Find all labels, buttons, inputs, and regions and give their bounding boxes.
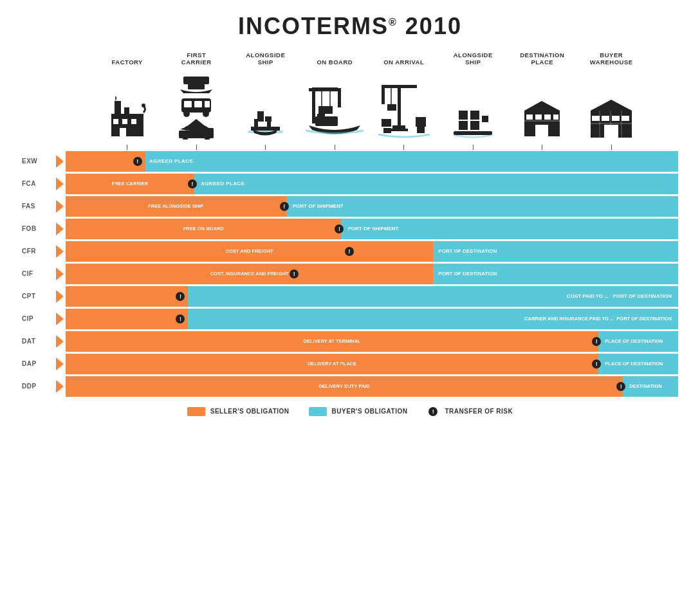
term-code-fob: FOB bbox=[22, 219, 54, 239]
svg-marker-19 bbox=[180, 127, 188, 131]
term-arrow-dap bbox=[54, 354, 66, 374]
term-bar-cip: ! CARRIER AND INSURANCE PAID TO ... PORT… bbox=[66, 309, 678, 329]
exw-blue-label: AGREED PLACE bbox=[149, 158, 193, 164]
dat-blue-label: PLACE OF DESTINATION bbox=[605, 338, 663, 344]
buyer-warehouse-icon bbox=[589, 98, 634, 140]
term-bar-exw: ! AGREED PLACE bbox=[66, 151, 678, 172]
page-title: INCOTERMS® 2010 bbox=[15, 13, 685, 40]
risk-icon-exw: ! bbox=[133, 157, 142, 166]
legend-risk-label: TRANSFER OF RISK bbox=[445, 408, 513, 415]
term-arrow-cif bbox=[54, 264, 66, 284]
svg-rect-54 bbox=[459, 121, 468, 130]
cfr-orange-label: COST AND FREIGHT bbox=[226, 248, 273, 254]
on-arrival-icon bbox=[378, 82, 430, 140]
svg-rect-12 bbox=[184, 101, 192, 107]
cip-blue-label: CARRIER AND INSURANCE PAID TO ... PORT O… bbox=[524, 316, 672, 322]
term-row-cpt: CPT ! COST PAID TO ... PORT OF DESTINATI… bbox=[22, 286, 678, 307]
svg-rect-50 bbox=[383, 128, 391, 133]
svg-rect-13 bbox=[194, 101, 202, 107]
term-row-dap: DAP DELIVERY AT PLACE ! PLACE OF DESTINA… bbox=[22, 354, 678, 374]
svg-rect-69 bbox=[592, 116, 600, 121]
svg-point-8 bbox=[142, 104, 145, 107]
buyer-warehouse-icon-col bbox=[577, 69, 647, 140]
svg-rect-55 bbox=[470, 121, 479, 130]
term-row-cif: CIF COST, INSURANCE AND FREIGHT ! PORT O… bbox=[22, 264, 678, 284]
svg-rect-45 bbox=[387, 104, 396, 111]
tick-3 bbox=[231, 145, 300, 150]
tick-8 bbox=[577, 145, 647, 150]
alongside-ship-1-icon-col bbox=[231, 69, 300, 140]
term-row-dat: DAT DELIVERY AT TERMINAL ! PLACE OF DEST… bbox=[22, 331, 678, 352]
first-carrier-icon-col bbox=[162, 69, 232, 140]
tick-6 bbox=[439, 145, 508, 150]
svg-rect-0 bbox=[111, 114, 143, 136]
svg-rect-7 bbox=[120, 128, 126, 136]
term-row-cip: CIP ! CARRIER AND INSURANCE PAID TO ... … bbox=[22, 309, 678, 329]
term-code-cip: CIP bbox=[22, 309, 54, 329]
column-headers: FACTORY FIRSTCARRIER ALONGSIDESHIP ON BO… bbox=[15, 51, 685, 66]
cif-orange-label: COST, INSURANCE AND FREIGHT bbox=[210, 271, 289, 277]
svg-point-15 bbox=[183, 111, 190, 117]
svg-rect-51 bbox=[417, 127, 425, 133]
svg-rect-28 bbox=[257, 116, 264, 122]
term-code-cpt: CPT bbox=[22, 286, 54, 307]
title-text: INCOTERMS bbox=[238, 13, 389, 39]
term-code-cfr: CFR bbox=[22, 241, 54, 262]
fca-blue-label: AGREED PLACE bbox=[201, 181, 244, 186]
term-arrow-fas bbox=[54, 196, 66, 217]
legend-sellers: SELLER'S OBLIGATION bbox=[187, 407, 290, 416]
term-arrow-exw bbox=[54, 151, 66, 172]
term-bar-cif: COST, INSURANCE AND FREIGHT ! PORT OF DE… bbox=[66, 264, 678, 284]
risk-icon-cfr: ! bbox=[345, 247, 354, 256]
svg-rect-61 bbox=[526, 114, 533, 120]
tick-7 bbox=[508, 145, 577, 150]
svg-rect-40 bbox=[317, 114, 325, 119]
factory-icon-col bbox=[93, 69, 162, 140]
svg-rect-64 bbox=[553, 114, 558, 120]
dap-blue-label: PLACE OF DESTINATION bbox=[605, 361, 663, 367]
term-bar-cpt: ! COST PAID TO ... PORT OF DESTINATION bbox=[66, 286, 678, 307]
ddp-blue-label: DESTINATION bbox=[629, 383, 661, 389]
cpt-blue-label: COST PAID TO ... PORT OF DESTINATION bbox=[567, 293, 672, 299]
col-header-destination-place: DESTINATIONPLACE bbox=[508, 51, 577, 66]
legend-buyers: BUYER'S OBLIGATION bbox=[309, 407, 408, 416]
term-code-dap: DAP bbox=[22, 354, 54, 374]
alongside-ship-1-icon bbox=[248, 95, 283, 140]
on-board-icon-col bbox=[300, 69, 370, 140]
svg-rect-30 bbox=[257, 111, 264, 116]
term-arrow-dat bbox=[54, 331, 66, 352]
on-board-icon bbox=[306, 82, 364, 140]
svg-rect-3 bbox=[124, 107, 129, 114]
term-row-exw: EXW ! AGREED PLACE bbox=[22, 151, 678, 172]
tick-lines bbox=[15, 145, 685, 150]
term-bar-fca: FREE CARRIER ! AGREED PLACE bbox=[66, 174, 678, 194]
icons-row bbox=[15, 69, 685, 140]
risk-icon-cpt: ! bbox=[176, 292, 185, 301]
first-carrier-icons bbox=[174, 75, 219, 140]
term-code-fca: FCA bbox=[22, 174, 54, 194]
cif-blue-label: PORT OF DESTINATION bbox=[438, 271, 497, 277]
svg-rect-41 bbox=[398, 85, 401, 127]
term-row-fca: FCA FREE CARRIER ! AGREED PLACE bbox=[22, 174, 678, 194]
svg-rect-70 bbox=[602, 116, 609, 121]
svg-rect-71 bbox=[612, 116, 620, 121]
svg-marker-18 bbox=[187, 119, 206, 127]
svg-marker-67 bbox=[591, 100, 632, 111]
main-container: INCOTERMS® 2010 FACTORY FIRSTCARRIER ALO… bbox=[15, 13, 685, 423]
alongside-ship-2-icon bbox=[454, 98, 492, 140]
svg-rect-9 bbox=[183, 77, 209, 84]
col-header-first-carrier: FIRSTCARRIER bbox=[162, 51, 232, 66]
term-code-cif: CIF bbox=[22, 264, 54, 284]
col-header-alongside-ship-1: ALONGSIDESHIP bbox=[231, 51, 300, 66]
legend-buyers-label: BUYER'S OBLIGATION bbox=[332, 408, 408, 415]
col-header-on-board: ON BOARD bbox=[300, 59, 370, 66]
term-code-exw: EXW bbox=[22, 151, 54, 172]
term-bar-fob: FREE ON BOARD ! PORT OF SHIPMENT bbox=[66, 219, 678, 239]
term-arrow-fca bbox=[54, 174, 66, 194]
svg-rect-63 bbox=[544, 114, 551, 120]
term-arrow-fob bbox=[54, 219, 66, 239]
svg-rect-47 bbox=[390, 129, 408, 131]
destination-place-icon-col bbox=[508, 69, 577, 140]
col-header-buyer-warehouse: BUYERWAREHOUSE bbox=[577, 51, 647, 66]
term-arrow-cfr bbox=[54, 241, 66, 262]
